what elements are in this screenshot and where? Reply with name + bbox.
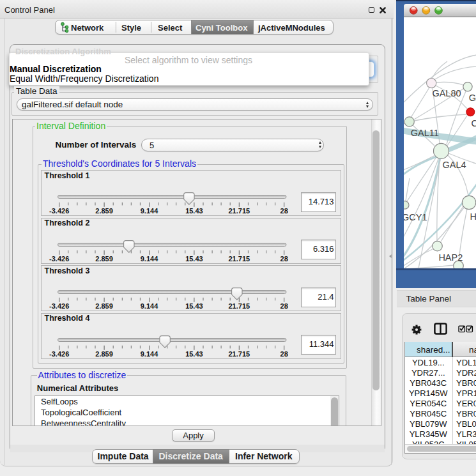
svg-text:21.715: 21.715 — [228, 207, 250, 215]
svg-text:2.859: 2.859 — [95, 302, 113, 310]
svg-text:28: 28 — [280, 254, 288, 262]
svg-text:15.43: 15.43 — [185, 207, 203, 215]
svg-text:9.144: 9.144 — [140, 302, 158, 310]
svg-text:15.43: 15.43 — [185, 302, 203, 310]
svg-text:2.859: 2.859 — [95, 207, 113, 215]
svg-text:21.715: 21.715 — [228, 349, 250, 357]
svg-text:GAL80: GAL80 — [432, 88, 461, 98]
svg-text:-3.426: -3.426 — [49, 302, 69, 310]
svg-text:21.715: 21.715 — [228, 254, 250, 262]
svg-text:-3.426: -3.426 — [49, 349, 69, 357]
svg-text:15.43: 15.43 — [185, 349, 203, 357]
svg-text:28: 28 — [280, 349, 288, 357]
svg-text:9.144: 9.144 — [140, 349, 158, 357]
svg-text:GCY1: GCY1 — [404, 212, 427, 222]
svg-text:28: 28 — [280, 207, 288, 215]
svg-text:15.43: 15.43 — [185, 254, 203, 262]
svg-text:-3.426: -3.426 — [49, 254, 69, 262]
svg-text:9.144: 9.144 — [140, 254, 158, 262]
svg-text:C: C — [472, 118, 476, 128]
svg-text:2.859: 2.859 — [95, 254, 113, 262]
svg-text:-3.426: -3.426 — [49, 207, 69, 215]
svg-text:H: H — [470, 211, 476, 222]
svg-text:9.144: 9.144 — [140, 207, 158, 215]
svg-text:GA: GA — [469, 93, 476, 103]
svg-text:HAP2: HAP2 — [438, 252, 463, 263]
svg-text:GAL11: GAL11 — [411, 128, 439, 138]
svg-text:28: 28 — [280, 302, 288, 310]
svg-text:GAL4: GAL4 — [443, 160, 466, 170]
svg-text:21.715: 21.715 — [228, 302, 250, 310]
svg-text:2.859: 2.859 — [95, 349, 113, 357]
